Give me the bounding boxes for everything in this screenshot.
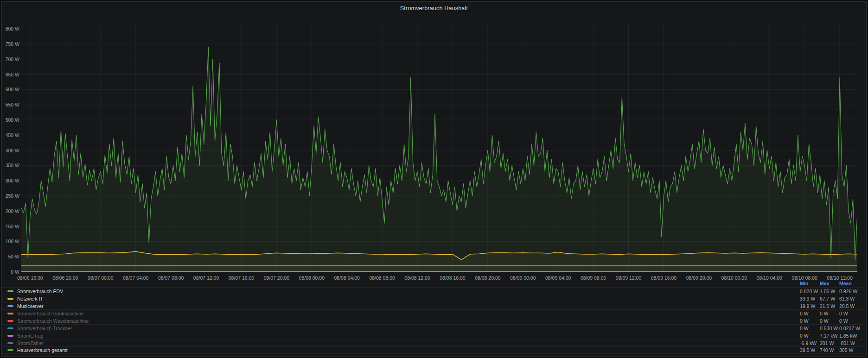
y-tick-label: 300 W [3, 178, 19, 183]
y-tick-label: 250 W [3, 193, 19, 199]
y-tick-label: 50 W [3, 254, 19, 259]
series-mean-value: 0.926 W [839, 289, 862, 294]
series-label[interactable]: Stromverbrauch Spülmaschine [17, 311, 84, 316]
x-tick-label: 08/10 12:00 [823, 275, 856, 281]
series-max-value: 7.17 kW [820, 333, 839, 339]
series-label[interactable]: Hausverbrauch gesamt [17, 347, 68, 353]
series-max-value: 0 W [820, 318, 839, 324]
legend-row: Stromverbrauch Spülmaschine 0 W 0 W 0 W [2, 309, 866, 317]
series-label[interactable]: Stromverbrauch Trockner [17, 326, 72, 331]
series-max-value: 740 W [820, 347, 839, 353]
series-label[interactable]: Musicserver [17, 303, 44, 309]
series-label[interactable]: Netzwerk IT [17, 296, 43, 301]
y-tick-label: 750 W [3, 41, 19, 47]
series-mean-value: 0.0237 W [839, 326, 862, 331]
series-mean-value: 305 W [839, 347, 862, 353]
y-tick-label: 400 W [3, 148, 19, 153]
series-stats: 0.820 W 1.05 W 0.926 W [800, 289, 862, 294]
series-stats: 0 W 0 W 0 W [800, 318, 862, 324]
y-tick-label: 100 W [3, 239, 19, 244]
legend-row: Netzwerk IT 39.9 W 67.7 W 61.3 W [2, 295, 866, 302]
series-label[interactable]: StromZähler [17, 340, 44, 346]
x-tick-label: 08/10 04:00 [753, 275, 785, 281]
legend-col-min[interactable]: Min [800, 281, 820, 287]
x-tick-label: 08/10 08:00 [788, 275, 821, 281]
series-mean-value: 0 W [839, 311, 862, 316]
x-tick-label: 08/08 08:00 [366, 275, 398, 281]
series-color-swatch[interactable] [7, 342, 13, 344]
x-tick-label: 08/10 00:00 [718, 275, 750, 281]
series-color-swatch[interactable] [7, 349, 13, 351]
y-tick-label: 200 W [3, 208, 19, 214]
series-mean-value: 20.5 W [839, 303, 862, 309]
chart-svg[interactable] [21, 23, 857, 272]
legend-row: Stromverbrauch Trockner 0 W 0.530 W 0.02… [2, 324, 866, 332]
series-max-value: 21.0 W [820, 303, 839, 309]
series-min-value: 39.5 W [800, 347, 820, 353]
panel-title[interactable]: Stromverbrauch Haushalt [2, 5, 866, 12]
plot-area[interactable] [21, 23, 857, 272]
y-tick-label: 700 W [3, 57, 19, 62]
series-color-swatch[interactable] [7, 298, 13, 300]
series-mean-value: 1.85 kW [839, 333, 862, 339]
x-tick-label: 08/06 16:00 [14, 275, 46, 281]
x-tick-label: 08/09 08:00 [577, 275, 610, 281]
series-min-value: 0 W [800, 311, 820, 316]
y-tick-label: 0 W [3, 269, 19, 275]
series-max-value: 0.530 W [820, 326, 839, 331]
series-color-swatch[interactable] [7, 320, 13, 322]
x-tick-label: 08/09 04:00 [542, 275, 574, 281]
series-fills [21, 47, 857, 272]
series-color-swatch[interactable] [7, 290, 13, 292]
legend-row: Stromverbrauch EDV 0.820 W 1.05 W 0.926 … [2, 287, 866, 295]
series-min-value: 39.9 W [800, 296, 820, 301]
x-tick-label: 08/07 20:00 [260, 275, 293, 281]
y-tick-label: 800 W [3, 26, 19, 31]
series-min-value: 0 W [800, 333, 820, 339]
series-stats: 39.9 W 67.7 W 61.3 W [800, 296, 862, 301]
series-max-value: 201 W [820, 340, 839, 346]
legend-col-max[interactable]: Max [820, 281, 839, 287]
x-tick-label: 08/07 12:00 [190, 275, 223, 281]
series-stats: 19.9 W 21.0 W 20.5 W [800, 303, 862, 309]
legend-header: Min Max Mean [2, 281, 866, 287]
series-min-value: 0.820 W [800, 289, 820, 294]
x-tick-label: 08/07 00:00 [84, 275, 117, 281]
y-tick-label: 150 W [3, 224, 19, 229]
series-color-swatch[interactable] [7, 305, 13, 307]
series-mean-value: -801 W [839, 340, 862, 346]
y-tick-label: 350 W [3, 163, 19, 168]
series-mean-value: 0 W [839, 318, 862, 324]
series-stats: 0 W 0.530 W 0.0237 W [800, 326, 862, 331]
legend-table: Stromverbrauch EDV 0.820 W 1.05 W 0.926 … [2, 287, 866, 354]
x-tick-label: 08/07 04:00 [120, 275, 152, 281]
series-min-value: -6.9 kW [800, 340, 820, 346]
series-max-value: 0 W [820, 311, 839, 316]
legend-col-mean[interactable]: Mean [839, 281, 862, 287]
series-min-value: 0 W [800, 318, 820, 324]
series-stats: -6.9 kW 201 W -801 W [800, 340, 862, 346]
y-tick-label: 550 W [3, 102, 19, 107]
series-max-value: 1.05 W [820, 289, 839, 294]
x-tick-label: 08/09 16:00 [647, 275, 680, 281]
series-color-swatch[interactable] [7, 335, 13, 337]
x-tick-label: 08/08 16:00 [436, 275, 469, 281]
x-tick-label: 08/09 20:00 [683, 275, 715, 281]
x-tick-label: 08/06 20:00 [49, 275, 82, 281]
x-tick-label: 08/08 20:00 [472, 275, 504, 281]
legend-row: StromErtrag 0 W 7.17 kW 1.85 kW [2, 332, 866, 339]
series-color-swatch[interactable] [7, 327, 13, 329]
series-label[interactable]: StromErtrag [17, 333, 44, 339]
x-tick-label: 08/08 00:00 [295, 275, 328, 281]
series-label[interactable]: Stromverbrauch EDV [17, 289, 63, 294]
y-tick-label: 500 W [3, 117, 19, 123]
series-min-value: 0 W [800, 326, 820, 331]
grafana-panel: Stromverbrauch Haushalt 0 W50 W100 W150 … [1, 1, 867, 357]
legend-row: StromZähler -6.9 kW 201 W -801 W [2, 339, 866, 346]
legend-row: Hausverbrauch gesamt 39.5 W 740 W 305 W [2, 346, 866, 354]
x-tick-label: 08/08 04:00 [331, 275, 363, 281]
series-stats: 39.5 W 740 W 305 W [800, 347, 862, 353]
series-stats: 0 W 7.17 kW 1.85 kW [800, 333, 862, 339]
series-color-swatch[interactable] [7, 313, 13, 314]
series-label[interactable]: Stromverbrauch Waschmaschine [17, 318, 89, 324]
